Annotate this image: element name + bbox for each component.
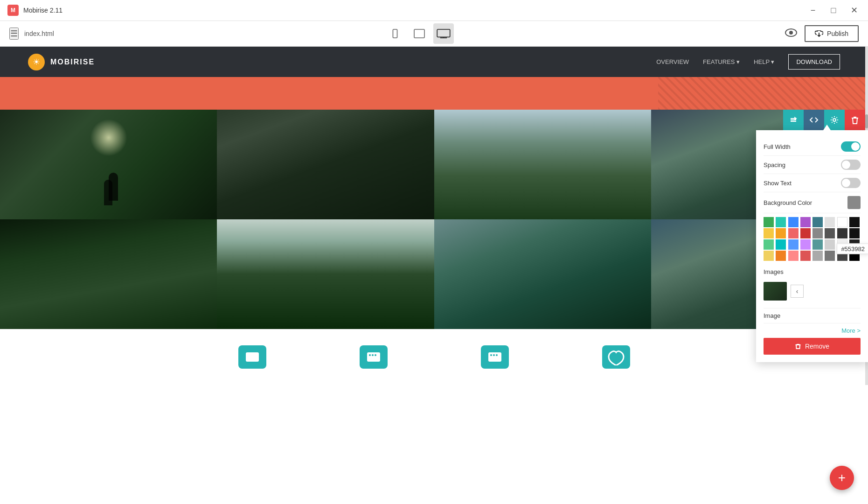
spacing-label: Spacing — [764, 161, 785, 168]
svg-rect-4 — [437, 29, 451, 37]
svg-point-12 — [833, 119, 836, 121]
image-row: Image — [764, 308, 861, 323]
nav-help[interactable]: HELP ▾ — [754, 58, 774, 65]
show-text-toggle[interactable] — [841, 178, 861, 188]
site-logo-text: MOBIRISE — [50, 58, 95, 66]
feature-shape-1 — [238, 345, 266, 369]
color-gray-dark2[interactable] — [825, 251, 835, 261]
svg-point-21 — [490, 354, 492, 356]
bg-color-swatch[interactable] — [847, 196, 861, 209]
color-gray-med[interactable] — [812, 251, 823, 261]
hamburger-menu[interactable]: ☰ — [9, 28, 19, 40]
svg-point-8 — [790, 31, 792, 34]
features-section — [0, 329, 868, 385]
image-gallery — [0, 110, 868, 329]
site-logo-icon: ☀ — [28, 54, 45, 70]
window-controls: − □ ✕ — [806, 4, 861, 17]
color-charcoal[interactable] — [837, 228, 847, 238]
images-prev-button[interactable]: ‹ — [791, 285, 804, 298]
title-bar: M Mobirise 2.11 − □ ✕ — [0, 0, 868, 21]
feature-shape-2 — [360, 345, 388, 369]
panel-chevron — [823, 125, 831, 130]
color-slate[interactable] — [812, 239, 823, 250]
image-label: Image — [764, 312, 780, 319]
color-gold[interactable] — [764, 251, 774, 261]
desktop-view-button[interactable] — [433, 23, 454, 44]
color-orange[interactable] — [776, 228, 786, 238]
color-mint[interactable] — [764, 239, 774, 250]
gallery-image-7 — [434, 219, 651, 329]
minimize-button[interactable]: − — [806, 4, 819, 17]
file-name: index.html — [24, 30, 54, 37]
color-green[interactable] — [764, 217, 774, 227]
gallery-cell-6 — [217, 219, 434, 329]
color-teal[interactable] — [776, 217, 786, 227]
color-mid-gray[interactable] — [812, 228, 823, 238]
spacing-toggle[interactable] — [841, 160, 861, 170]
toolbar-left: ☰ index.html — [9, 28, 54, 40]
color-red[interactable] — [800, 228, 811, 238]
color-amber[interactable] — [776, 251, 786, 261]
maximize-button[interactable]: □ — [827, 4, 840, 17]
add-block-button[interactable]: + — [830, 466, 854, 490]
tablet-view-button[interactable] — [409, 23, 430, 44]
app-logo: M — [7, 5, 19, 16]
svg-rect-0 — [393, 29, 397, 38]
color-black[interactable] — [849, 217, 860, 227]
full-width-label: Full Width — [764, 143, 791, 150]
site-logo: ☀ MOBIRISE — [28, 54, 95, 70]
svg-rect-16 — [367, 352, 380, 362]
gallery-image-2 — [217, 110, 434, 219]
color-salmon[interactable] — [788, 251, 799, 261]
preview-button[interactable] — [785, 28, 797, 40]
color-silver[interactable] — [825, 239, 835, 250]
close-button[interactable]: ✕ — [847, 4, 861, 17]
more-link[interactable]: More > — [764, 327, 861, 334]
show-text-label: Show Text — [764, 180, 792, 187]
feature-shape-3 — [481, 345, 509, 369]
publish-label: Publish — [827, 30, 848, 37]
color-grid — [764, 217, 861, 261]
color-blue[interactable] — [788, 217, 799, 227]
delete-block-button[interactable] — [845, 110, 865, 130]
hex-value-display: #553982 — [837, 244, 868, 254]
color-crimson[interactable] — [800, 251, 811, 261]
color-purple[interactable] — [800, 217, 811, 227]
mobile-view-button[interactable] — [385, 23, 405, 44]
image-thumb-1[interactable] — [764, 282, 787, 301]
svg-point-19 — [375, 354, 376, 356]
color-red-light[interactable] — [788, 228, 799, 238]
svg-rect-2 — [414, 29, 424, 38]
nav-download-button[interactable]: DOWNLOAD — [788, 54, 840, 70]
full-width-toggle[interactable] — [841, 141, 861, 152]
svg-point-17 — [369, 354, 371, 356]
toolbar-right: Publish — [785, 25, 859, 42]
gallery-section: Full Width Spacing Show Text Background … — [0, 110, 868, 329]
color-swatch-area: #553982 — [764, 217, 861, 261]
feature-icon-1 — [238, 345, 266, 369]
bg-color-row: Background Color — [764, 192, 861, 213]
gallery-image-6 — [217, 219, 434, 329]
feature-shape-4 — [602, 345, 630, 369]
color-dark-gray[interactable] — [825, 228, 835, 238]
gallery-cell-3 — [434, 110, 651, 219]
publish-button[interactable]: Publish — [805, 25, 859, 42]
images-label: Images — [764, 268, 784, 275]
spacing-row: Spacing — [764, 156, 861, 174]
color-cyan[interactable] — [776, 239, 786, 250]
color-near-black[interactable] — [849, 228, 860, 238]
code-block-button[interactable] — [804, 110, 824, 130]
sort-block-button[interactable] — [783, 110, 804, 130]
title-bar-left: M Mobirise 2.11 — [7, 5, 62, 16]
nav-overview[interactable]: OVERVIEW — [656, 58, 689, 65]
color-light-gray[interactable] — [825, 217, 835, 227]
color-violet[interactable] — [800, 239, 811, 250]
color-white[interactable] — [837, 217, 847, 227]
color-cornflower[interactable] — [788, 239, 799, 250]
scrollbar-thumb[interactable] — [865, 114, 868, 128]
color-dark-teal[interactable] — [812, 217, 823, 227]
remove-button[interactable]: Remove — [764, 338, 861, 355]
color-yellow[interactable] — [764, 228, 774, 238]
nav-features[interactable]: FEATURES ▾ — [703, 58, 740, 65]
show-text-row: Show Text — [764, 174, 861, 192]
